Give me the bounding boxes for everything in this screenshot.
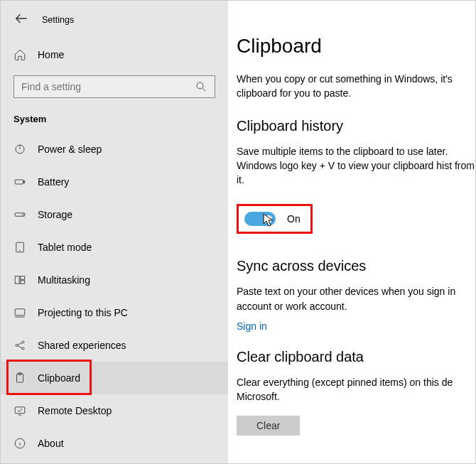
sidebar-item-label: Tablet mode: [38, 242, 92, 253]
sidebar-item-label: Clipboard: [38, 372, 80, 384]
multitasking-icon: [13, 274, 26, 286]
svg-rect-11: [15, 309, 25, 315]
sidebar-item-label: Battery: [38, 176, 69, 188]
sidebar-item-multitasking[interactable]: Multitasking: [1, 264, 228, 296]
section-heading-sync: Sync across devices: [237, 258, 475, 274]
svg-rect-4: [15, 213, 25, 217]
section-heading-history: Clipboard history: [237, 118, 475, 134]
svg-rect-17: [15, 407, 25, 414]
sidebar-item-label: Projecting to this PC: [38, 307, 128, 318]
svg-point-14: [22, 347, 24, 350]
intro-text: When you copy or cut something in Window…: [237, 72, 475, 101]
projecting-icon: [13, 306, 26, 319]
svg-point-12: [16, 345, 18, 347]
sidebar-item-projecting[interactable]: Projecting to this PC: [1, 296, 228, 329]
svg-rect-8: [15, 276, 19, 284]
sidebar-item-power-sleep[interactable]: Power & sleep: [1, 133, 228, 166]
power-icon: [13, 143, 26, 156]
sidebar-item-label: Storage: [38, 209, 72, 220]
back-button[interactable]: [13, 11, 29, 28]
sidebar-item-label: Shared experiences: [38, 340, 126, 351]
battery-icon: [13, 176, 26, 188]
page-title: Clipboard: [237, 35, 475, 58]
group-label-system: System: [1, 111, 228, 133]
sidebar-item-tablet-mode[interactable]: Tablet mode: [1, 231, 228, 264]
sidebar-item-remote-desktop[interactable]: Remote Desktop: [1, 394, 228, 427]
remote-desktop-icon: [13, 404, 26, 417]
clipboard-history-toggle[interactable]: [244, 212, 276, 226]
sidebar-item-clipboard[interactable]: Clipboard: [1, 362, 228, 394]
svg-point-0: [197, 82, 203, 89]
svg-rect-2: [15, 180, 23, 184]
toggle-knob: [264, 215, 272, 223]
about-icon: [13, 437, 26, 450]
sidebar-item-about[interactable]: About: [1, 427, 228, 460]
highlight-annotation-toggle: On: [237, 204, 313, 234]
history-desc: Save multiple items to the clipboard to …: [237, 144, 475, 188]
sidebar-item-storage[interactable]: Storage: [1, 198, 228, 231]
sidebar-item-label: Multitasking: [38, 274, 90, 286]
shared-icon: [13, 339, 26, 352]
svg-rect-9: [21, 276, 25, 280]
toggle-label: On: [287, 213, 301, 225]
clear-button[interactable]: Clear: [237, 416, 300, 436]
clear-desc: Clear everything (except pinned items) o…: [237, 375, 475, 404]
search-icon: [195, 80, 207, 93]
svg-point-5: [23, 214, 24, 215]
sidebar-item-label: Remote Desktop: [38, 405, 112, 416]
window-title: Settings: [42, 15, 74, 25]
clipboard-icon: [13, 372, 26, 384]
sidebar-item-label: About: [38, 438, 64, 449]
search-input[interactable]: [13, 75, 215, 98]
section-heading-clear: Clear clipboard data: [237, 349, 475, 365]
sidebar-item-battery[interactable]: Battery: [1, 166, 228, 198]
sidebar-item-shared-experiences[interactable]: Shared experiences: [1, 329, 228, 362]
sync-desc: Paste text on your other devices when yo…: [237, 284, 475, 313]
tablet-icon: [13, 241, 26, 254]
search-field[interactable]: [21, 81, 195, 92]
home-icon: [13, 48, 26, 61]
svg-point-7: [20, 250, 21, 251]
sidebar-item-label: Power & sleep: [38, 144, 102, 155]
main-content: Clipboard When you copy or cut something…: [228, 1, 475, 463]
sidebar: Settings Home System Power & sleep Batte…: [1, 1, 228, 463]
svg-rect-3: [23, 181, 25, 183]
sign-in-link[interactable]: Sign in: [237, 320, 267, 332]
svg-point-13: [22, 341, 24, 343]
storage-icon: [13, 208, 26, 221]
svg-rect-10: [21, 281, 25, 284]
sidebar-item-home[interactable]: Home: [1, 41, 228, 68]
sidebar-item-label: Home: [38, 49, 64, 60]
